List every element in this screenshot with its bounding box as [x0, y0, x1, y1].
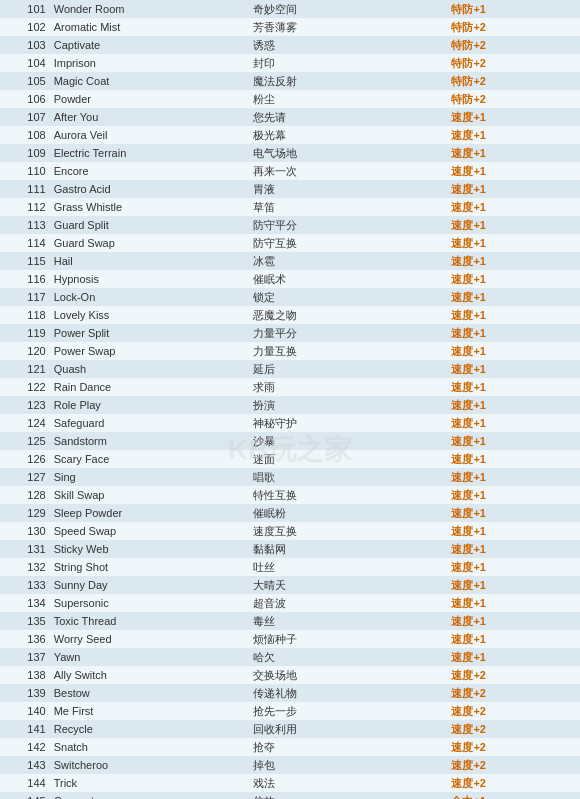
table-row: 117Lock-On锁定速度+1: [0, 288, 580, 306]
table-row: 135Toxic Thread毒丝速度+1: [0, 612, 580, 630]
table-row: 120Power Swap力量互换速度+1: [0, 342, 580, 360]
move-name-zh: 冰雹: [249, 252, 448, 270]
move-name-en: Hypnosis: [50, 270, 249, 288]
move-name-en: Quash: [50, 360, 249, 378]
move-type: 速度+2: [447, 756, 580, 774]
table-row: 128Skill Swap特性互换速度+1: [0, 486, 580, 504]
move-type: 特防+2: [447, 72, 580, 90]
move-name-en: Skill Swap: [50, 486, 249, 504]
move-name-zh: 锁定: [249, 288, 448, 306]
table-row: 132String Shot吐丝速度+1: [0, 558, 580, 576]
row-number: 107: [0, 108, 50, 126]
row-number: 128: [0, 486, 50, 504]
table-row: 102Aromatic Mist芳香薄雾特防+2: [0, 18, 580, 36]
move-type: 速度+1: [447, 594, 580, 612]
row-number: 101: [0, 0, 50, 18]
row-number: 112: [0, 198, 50, 216]
move-type: 速度+1: [447, 630, 580, 648]
move-name-zh: 粉尘: [249, 90, 448, 108]
moves-table: 101Wonder Room奇妙空间特防+1102Aromatic Mist芳香…: [0, 0, 580, 799]
row-number: 139: [0, 684, 50, 702]
move-name-zh: 抢夺: [249, 738, 448, 756]
move-name-zh: 迷面: [249, 450, 448, 468]
row-number: 124: [0, 414, 50, 432]
table-row: 126Scary Face迷面速度+1: [0, 450, 580, 468]
move-name-zh: 再来一次: [249, 162, 448, 180]
row-number: 131: [0, 540, 50, 558]
row-number: 122: [0, 378, 50, 396]
move-name-en: Toxic Thread: [50, 612, 249, 630]
move-type: 速度+1: [447, 504, 580, 522]
move-name-en: Role Play: [50, 396, 249, 414]
move-name-zh: 回收利用: [249, 720, 448, 738]
table-row: 109Electric Terrain电气场地速度+1: [0, 144, 580, 162]
move-name-zh: 防守平分: [249, 216, 448, 234]
move-name-zh: 神秘守护: [249, 414, 448, 432]
move-name-zh: 极光幕: [249, 126, 448, 144]
move-name-en: Sticky Web: [50, 540, 249, 558]
table-row: 145Copycat仿效命中+1: [0, 792, 580, 799]
move-name-en: Switcheroo: [50, 756, 249, 774]
table-row: 140Me First抢先一步速度+2: [0, 702, 580, 720]
move-type: 速度+2: [447, 738, 580, 756]
move-name-en: Imprison: [50, 54, 249, 72]
table-row: 127Sing唱歌速度+1: [0, 468, 580, 486]
move-name-zh: 戏法: [249, 774, 448, 792]
move-name-en: Worry Seed: [50, 630, 249, 648]
move-name-en: Copycat: [50, 792, 249, 799]
move-type: 速度+1: [447, 396, 580, 414]
move-name-zh: 奇妙空间: [249, 0, 448, 18]
move-name-zh: 掉包: [249, 756, 448, 774]
move-name-en: Bestow: [50, 684, 249, 702]
row-number: 115: [0, 252, 50, 270]
move-type: 速度+1: [447, 198, 580, 216]
row-number: 110: [0, 162, 50, 180]
row-number: 114: [0, 234, 50, 252]
table-row: 144Trick戏法速度+2: [0, 774, 580, 792]
table-row: 137Yawn哈欠速度+1: [0, 648, 580, 666]
move-name-en: Safeguard: [50, 414, 249, 432]
move-type: 速度+1: [447, 234, 580, 252]
move-name-en: Sing: [50, 468, 249, 486]
row-number: 106: [0, 90, 50, 108]
row-number: 117: [0, 288, 50, 306]
move-name-zh: 魔法反射: [249, 72, 448, 90]
move-name-en: Power Split: [50, 324, 249, 342]
move-name-zh: 黏黏网: [249, 540, 448, 558]
table-row: 139Bestow传递礼物速度+2: [0, 684, 580, 702]
row-number: 120: [0, 342, 50, 360]
move-name-zh: 速度互换: [249, 522, 448, 540]
table-row: 124Safeguard神秘守护速度+1: [0, 414, 580, 432]
table-row: 138Ally Switch交换场地速度+2: [0, 666, 580, 684]
move-name-zh: 电气场地: [249, 144, 448, 162]
row-number: 125: [0, 432, 50, 450]
move-name-en: Grass Whistle: [50, 198, 249, 216]
table-row: 136Worry Seed烦恼种子速度+1: [0, 630, 580, 648]
move-type: 特防+2: [447, 54, 580, 72]
move-name-zh: 沙暴: [249, 432, 448, 450]
move-type: 速度+1: [447, 180, 580, 198]
move-name-en: Trick: [50, 774, 249, 792]
move-name-zh: 哈欠: [249, 648, 448, 666]
move-name-en: Aromatic Mist: [50, 18, 249, 36]
move-name-en: After You: [50, 108, 249, 126]
move-type: 速度+1: [447, 360, 580, 378]
move-type: 速度+1: [447, 126, 580, 144]
move-name-en: Captivate: [50, 36, 249, 54]
move-name-zh: 仿效: [249, 792, 448, 799]
table-row: 141Recycle回收利用速度+2: [0, 720, 580, 738]
move-name-zh: 超音波: [249, 594, 448, 612]
table-row: 142Snatch抢夺速度+2: [0, 738, 580, 756]
row-number: 111: [0, 180, 50, 198]
table-row: 129Sleep Powder催眠粉速度+1: [0, 504, 580, 522]
move-name-zh: 延后: [249, 360, 448, 378]
table-row: 133Sunny Day大晴天速度+1: [0, 576, 580, 594]
move-name-zh: 扮演: [249, 396, 448, 414]
move-type: 速度+2: [447, 666, 580, 684]
row-number: 118: [0, 306, 50, 324]
row-number: 127: [0, 468, 50, 486]
move-type: 速度+2: [447, 684, 580, 702]
move-name-en: Wonder Room: [50, 0, 249, 18]
move-type: 速度+2: [447, 774, 580, 792]
move-name-en: Electric Terrain: [50, 144, 249, 162]
